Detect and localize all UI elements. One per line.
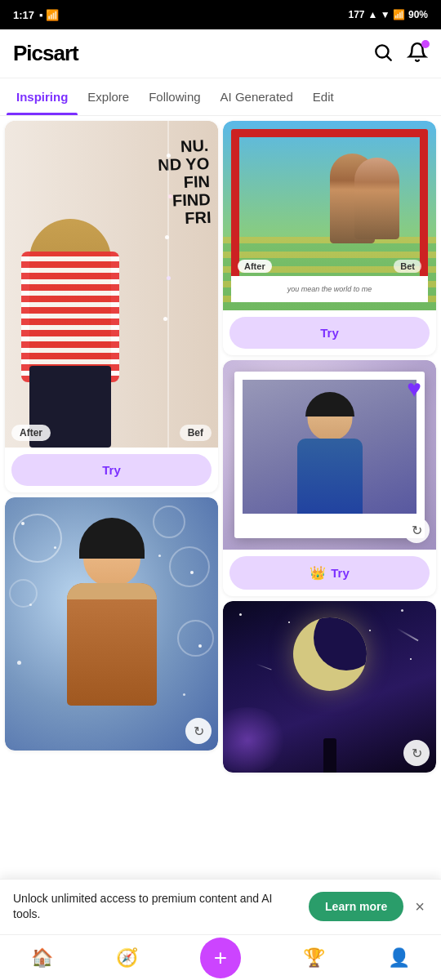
refresh-icon-snow[interactable]: ↻ <box>185 718 212 744</box>
card-moon: ↻ <box>223 601 436 773</box>
notification-button[interactable] <box>407 42 428 66</box>
learn-more-button[interactable]: Learn more <box>309 892 403 921</box>
nav-home[interactable]: 🏠 <box>18 941 66 975</box>
content-grid: NU. ND YO FIN FIND FRI <box>0 116 441 887</box>
status-wifi: ▲ ▼ 📶 <box>368 9 405 20</box>
after-badge-2: After <box>238 260 272 273</box>
status-left: 1:17 ▪ 📶 <box>13 9 59 21</box>
challenges-icon: 🏆 <box>303 947 325 969</box>
card-girl-stripes: NU. ND YO FIN FIND FRI <box>5 121 218 492</box>
tab-following[interactable]: Following <box>139 78 210 115</box>
home-icon: 🏠 <box>31 947 53 969</box>
heart-icon: ♥ <box>407 375 421 403</box>
profile-icon: 👤 <box>388 947 410 969</box>
status-icons: ▪ 📶 <box>39 9 59 21</box>
try-button-couple[interactable]: Try <box>229 317 430 349</box>
svg-line-1 <box>387 56 391 60</box>
status-right: 177 ▲ ▼ 📶 90% <box>349 9 428 20</box>
notification-dot <box>421 40 430 48</box>
banner-close-button[interactable]: × <box>412 894 428 920</box>
tab-edit[interactable]: Edit <box>303 78 344 115</box>
header: Picsart <box>0 29 441 78</box>
discover-icon: 🧭 <box>116 947 138 969</box>
card-snow-girl: ↻ <box>5 497 218 751</box>
before-badge-1: Bef <box>180 425 212 441</box>
nav-profile[interactable]: 👤 <box>375 941 423 975</box>
refresh-icon-polaroid[interactable]: ↻ <box>403 517 430 543</box>
col-left: NU. ND YO FIN FIND FRI <box>5 121 218 773</box>
try-button-1[interactable]: Try <box>11 454 212 486</box>
status-battery: 90% <box>408 9 428 20</box>
tabs-bar: Inspiring Explore Following AI Generated… <box>0 78 441 116</box>
tab-explore[interactable]: Explore <box>78 78 139 115</box>
crown-icon: 👑 <box>310 565 326 581</box>
premium-banner: Unlock unlimited access to premium conte… <box>0 879 441 934</box>
app-logo: Picsart <box>13 41 78 66</box>
header-icons <box>372 42 428 66</box>
banner-text: Unlock unlimited access to premium conte… <box>13 891 301 923</box>
status-signal: 177 <box>349 9 365 20</box>
nav-discover[interactable]: 🧭 <box>103 941 151 975</box>
create-button[interactable]: + <box>200 938 241 978</box>
refresh-icon-moon[interactable]: ↻ <box>403 740 430 766</box>
before-badge-2: Bet <box>394 260 421 273</box>
try-button-polaroid[interactable]: 👑 Try <box>229 556 430 590</box>
tab-inspiring[interactable]: Inspiring <box>7 78 78 115</box>
card-couple: you mean the world to me After Bet Try <box>223 121 436 355</box>
col-right: you mean the world to me After Bet Try <box>223 121 436 773</box>
status-bar: 1:17 ▪ 📶 177 ▲ ▼ 📶 90% <box>0 0 441 29</box>
after-badge-1: After <box>11 425 51 441</box>
nav-create[interactable]: + <box>187 931 254 981</box>
nav-challenges[interactable]: 🏆 <box>290 941 338 975</box>
status-time: 1:17 <box>13 9 34 21</box>
search-button[interactable] <box>372 42 394 66</box>
bottom-nav: 🏠 🧭 + 🏆 👤 <box>0 934 441 980</box>
tab-ai-generated[interactable]: AI Generated <box>211 78 303 115</box>
card-polaroid-girl: ♥ ↻ 👑 Try <box>223 360 436 596</box>
